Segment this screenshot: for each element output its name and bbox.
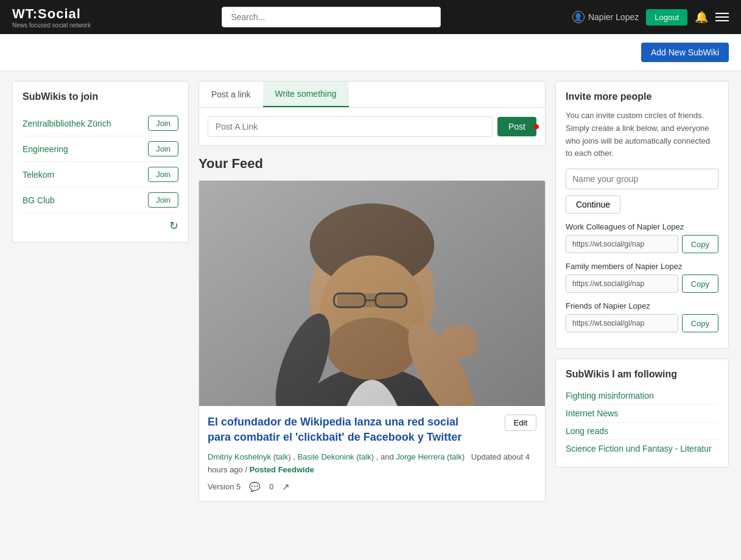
join-bgclub-button[interactable]: Join xyxy=(148,192,178,208)
main-layout: SubWikis to join Zentralbibliothek Züric… xyxy=(0,71,741,511)
work-colleagues-label: Work Colleagues of Napier Lopez xyxy=(566,222,718,231)
refresh-icon[interactable]: ↻ xyxy=(23,219,178,233)
comment-count: 0 xyxy=(269,482,273,491)
author2-link[interactable]: Basile Dekonink xyxy=(297,452,354,461)
friends-link-row: Copy xyxy=(566,314,718,332)
logout-button[interactable]: Logout xyxy=(646,9,687,26)
work-colleagues-link-row: Copy xyxy=(566,235,718,253)
family-members-url[interactable] xyxy=(566,275,678,293)
group-name-input[interactable] xyxy=(566,169,718,189)
edit-button[interactable]: Edit xyxy=(505,415,536,431)
search-area xyxy=(222,7,441,27)
invite-link-friends: Friends of Napier Lopez Copy xyxy=(566,301,718,332)
and-text: and xyxy=(381,452,394,461)
tab-write-something[interactable]: Write something xyxy=(263,82,349,107)
subwikis-following-panel: SubWikis I am following Fighting misinfo… xyxy=(555,359,729,467)
version-label: Version 5 xyxy=(208,482,241,491)
subwiki-name-zentralbibliothek[interactable]: Zentralbibliothek Zürich xyxy=(23,119,111,128)
author1-talk-link[interactable]: talk xyxy=(276,452,288,461)
subwikis-to-join-title: SubWikis to join xyxy=(23,91,178,102)
friends-url[interactable] xyxy=(566,314,678,332)
tab-post-link[interactable]: Post a link xyxy=(199,82,263,107)
your-feed-title: Your Feed xyxy=(198,156,546,172)
header: WT:Social News focused social network 👤 … xyxy=(0,0,741,34)
copy-work-button[interactable]: Copy xyxy=(682,235,718,253)
post-link-input[interactable] xyxy=(208,116,493,137)
join-zentralbibliothek-button[interactable]: Join xyxy=(148,116,178,131)
following-item-fighting-misinformation[interactable]: Fighting misinformation xyxy=(566,387,718,405)
hamburger-menu-icon[interactable] xyxy=(715,13,729,21)
feed-card-title[interactable]: El cofundador de Wikipedia lanza una red… xyxy=(208,415,463,445)
post-tabs-panel: Post a link Write something Post xyxy=(198,81,546,146)
feed-card-body: El cofundador de Wikipedia lanza una red… xyxy=(199,406,545,501)
feed-card-header-row: El cofundador de Wikipedia lanza una red… xyxy=(208,415,536,445)
work-colleagues-url[interactable] xyxy=(566,235,678,253)
comment-icon[interactable]: 💬 xyxy=(249,481,261,492)
copy-friends-button[interactable]: Copy xyxy=(682,314,718,332)
user-name: Napier Lopez xyxy=(588,12,639,22)
sidebar-left: SubWikis to join Zentralbibliothek Züric… xyxy=(12,81,189,502)
subwiki-name-telekom[interactable]: Telekom xyxy=(23,170,54,180)
logo-subtitle: News focused social network xyxy=(12,22,91,29)
user-avatar-icon: 👤 xyxy=(572,11,585,23)
header-right: 👤 Napier Lopez Logout 🔔 xyxy=(572,9,729,26)
family-members-link-row: Copy xyxy=(566,275,718,293)
search-input[interactable] xyxy=(222,7,441,27)
join-telekom-button[interactable]: Join xyxy=(148,167,178,182)
notification-bell-icon[interactable]: 🔔 xyxy=(695,10,708,24)
feed-card-meta: Dmitriy Koshelnyk (talk) , Basile Dekoni… xyxy=(208,451,536,477)
list-item: BG Club Join xyxy=(23,187,178,213)
svg-rect-14 xyxy=(199,181,545,406)
continue-button[interactable]: Continue xyxy=(566,195,620,214)
feed-article-image xyxy=(199,181,545,406)
main-content: Post a link Write something Post Your Fe… xyxy=(198,81,546,502)
author3-link[interactable]: Jorge Herrera xyxy=(396,452,444,461)
share-icon[interactable]: ↗ xyxy=(282,481,290,492)
add-new-subwiki-button[interactable]: Add New SubWiki xyxy=(641,43,729,62)
invite-panel-title: Invite more people xyxy=(566,91,718,102)
author3-talk-link[interactable]: talk xyxy=(449,452,462,461)
sub-header: Add New SubWiki xyxy=(0,34,741,71)
invite-link-family: Family members of Napier Lopez Copy xyxy=(566,262,718,293)
following-item-science-fiction[interactable]: Science Fiction und Fantasy - Literatur xyxy=(566,440,718,457)
tab-header: Post a link Write something xyxy=(199,82,545,108)
author2-talk-link[interactable]: talk xyxy=(359,452,371,461)
list-item: Engineering Join xyxy=(23,136,178,162)
invite-link-work: Work Colleagues of Napier Lopez Copy xyxy=(566,222,718,253)
join-engineering-button[interactable]: Join xyxy=(148,141,178,156)
invite-description: You can invite custom circles of friends… xyxy=(566,110,718,160)
invite-panel: Invite more people You can invite custom… xyxy=(555,81,729,349)
logo: WT:Social News focused social network xyxy=(12,6,91,29)
author1-link[interactable]: Dmitriy Koshelnyk xyxy=(208,452,271,461)
logo-title: WT:Social xyxy=(12,6,91,22)
red-dot-indicator xyxy=(534,124,539,129)
sidebar-right: Invite more people You can invite custom… xyxy=(555,81,729,502)
family-members-label: Family members of Napier Lopez xyxy=(566,262,718,271)
copy-family-button[interactable]: Copy xyxy=(682,275,718,293)
list-item: Zentralbibliothek Zürich Join xyxy=(23,111,178,136)
following-item-long-reads[interactable]: Long reads xyxy=(566,422,718,440)
subwikis-following-title: SubWikis I am following xyxy=(566,369,718,380)
following-item-internet-news[interactable]: Internet News xyxy=(566,405,718,422)
friends-label: Friends of Napier Lopez xyxy=(566,301,718,310)
posted-feedwide-link[interactable]: Posted Feedwide xyxy=(250,465,314,474)
post-button[interactable]: Post xyxy=(497,117,536,136)
feed-card-image xyxy=(199,181,545,406)
user-info: 👤 Napier Lopez xyxy=(572,11,639,23)
subwiki-name-bgclub[interactable]: BG Club xyxy=(23,195,55,205)
subwikis-to-join-panel: SubWikis to join Zentralbibliothek Züric… xyxy=(12,81,189,243)
subwiki-name-engineering[interactable]: Engineering xyxy=(23,144,68,154)
list-item: Telekom Join xyxy=(23,162,178,187)
feed-card: El cofundador de Wikipedia lanza una red… xyxy=(198,180,546,502)
post-link-area: Post xyxy=(199,108,545,145)
feed-card-footer: Version 5 💬 0 ↗ xyxy=(208,481,536,492)
